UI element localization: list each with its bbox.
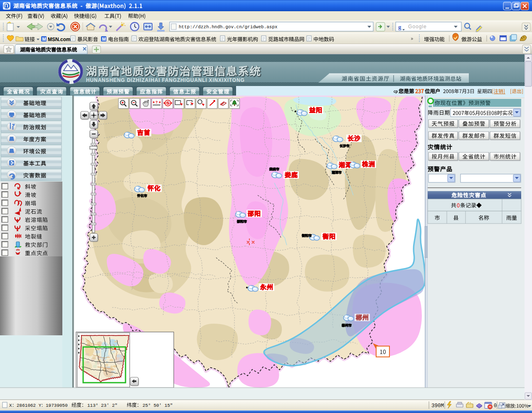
svg-text:M: M [102,37,106,42]
svg-text:2861062 Y: 2861062 Y [17,403,42,408]
svg-text:19739050: 19739050 [46,403,68,408]
svg-text:MSN.com: MSN.com [48,37,71,42]
svg-text:Google: Google [408,24,427,30]
svg-text:0: 0 [494,403,497,409]
svg-text:25° 50′ 15″: 25° 50′ 15″ [143,403,173,408]
svg-text:M: M [42,37,46,42]
svg-text:HUNANSHENG DIZHIZAIHAI FANGZHI: HUNANSHENG DIZHIZAIHAI FANGZHIGUANLI XIN… [86,77,245,83]
svg-text:390M: 390M [431,403,444,409]
svg-text:X: X [9,403,12,408]
svg-text:?: ? [155,100,158,104]
svg-text:http://dzzh.hndh.gov.cn/gridwe: http://dzzh.hndh.gov.cn/gridweb.aspx [179,25,278,30]
svg-text:113° 23′ 2″: 113° 23′ 2″ [87,403,118,408]
svg-text:g: g [398,24,401,30]
